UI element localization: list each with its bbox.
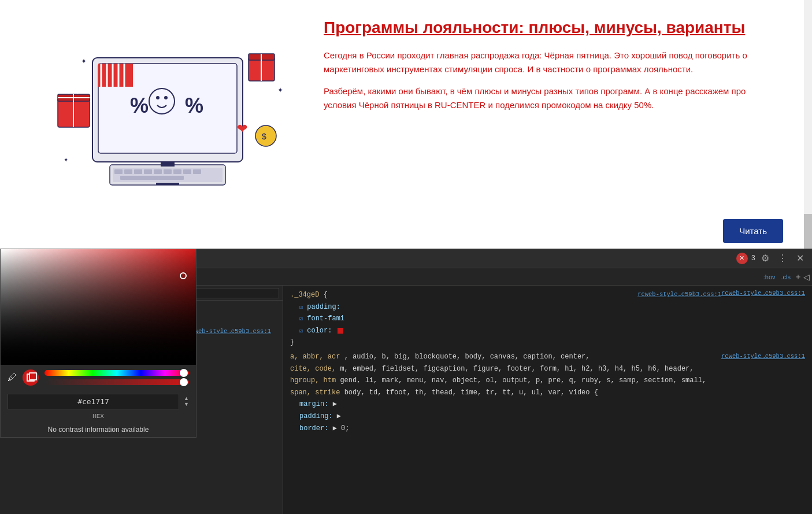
- svg-rect-15: [156, 183, 179, 185]
- inspector-fontfam: ☑ font-fami: [283, 313, 812, 325]
- svg-text:$: $: [262, 132, 266, 141]
- scrollbar-thumb[interactable]: [804, 214, 812, 249]
- css-selector-34ged-right: ._34geD: [290, 291, 319, 299]
- add-rule-button[interactable]: ＋: [794, 272, 802, 282]
- svg-text:✦: ✦: [277, 86, 283, 94]
- color-gradient[interactable]: [1, 286, 196, 365]
- inspector-color: ☑ color:: [283, 325, 812, 337]
- css-inspector-panel: rcweb-style…c59b3.css:1 ._34geD { rcweb-…: [283, 286, 812, 514]
- article-illustration: % % 👍 ❤ $ ✦: [35, 12, 301, 208]
- toggle-panel-button[interactable]: ◁: [803, 272, 810, 282]
- close-icon[interactable]: ✕: [736, 253, 748, 264]
- svg-rect-8: [154, 169, 162, 174]
- cls-button[interactable]: .cls: [779, 272, 794, 282]
- copy-icon: [27, 374, 35, 382]
- svg-rect-6: [134, 169, 142, 174]
- svg-text:%: %: [185, 94, 203, 117]
- svg-rect-10: [173, 169, 181, 174]
- inspector-padding: ☑ padding:: [283, 301, 812, 313]
- hex-row: ▲ ▼: [1, 390, 196, 413]
- more-options-icon[interactable]: ⋮: [775, 251, 790, 266]
- hex-input[interactable]: [8, 394, 179, 409]
- svg-text:✦: ✦: [81, 57, 87, 65]
- css-source-1[interactable]: rcweb-style…c59b3.css:1: [187, 327, 271, 336]
- svg-rect-7: [144, 169, 152, 174]
- alpha-slider-thumb[interactable]: [180, 378, 188, 386]
- css-source-link-3[interactable]: rcweb-style…c59b3.css:1: [721, 352, 805, 361]
- svg-rect-4: [114, 169, 123, 174]
- svg-rect-12: [193, 169, 201, 174]
- svg-rect-35: [98, 64, 133, 87]
- css-source-link-1[interactable]: rcweb-style…c59b3.css:1: [721, 289, 805, 298]
- inspector-brace-close: }: [283, 336, 812, 349]
- eyedropper-button[interactable]: 🖊: [8, 372, 17, 383]
- gradient-overlay: [1, 286, 196, 365]
- sliders-column: [45, 370, 189, 385]
- hex-up-arrow[interactable]: ▲: [184, 396, 189, 401]
- svg-rect-14: [161, 162, 175, 167]
- webpage-preview: % % 👍 ❤ $ ✦: [0, 0, 812, 249]
- article-content: Программы лояльности: плюсы, минусы, вар…: [324, 12, 777, 120]
- close-devtools-icon[interactable]: ✕: [792, 251, 807, 266]
- page-scrollbar[interactable]: [804, 0, 812, 249]
- article-title[interactable]: Программы лояльности: плюсы, минусы, вар…: [324, 17, 777, 38]
- inspector-selector-long-2: cite, code, m, embed, fieldset, figcapti…: [283, 363, 812, 375]
- inspector-margin: margin: ▶: [283, 398, 812, 411]
- error-badge: 3: [751, 254, 755, 262]
- no-contrast-label: No contrast information available: [1, 421, 196, 437]
- svg-point-19: [156, 96, 160, 99]
- hex-label: HEX: [1, 413, 196, 421]
- hex-down-arrow[interactable]: ▼: [184, 402, 189, 407]
- css-source-link-2[interactable]: rcweb-style…c59b3.css:1: [637, 290, 721, 299]
- svg-rect-11: [183, 169, 191, 174]
- sliders-row: 🖊: [1, 365, 196, 390]
- inspector-selector-long-3: hgroup, htm gend, li, mark, menu, nav, o…: [283, 375, 812, 387]
- devtools-content: font-size } ._34geD { rcweb-style…c59b3.…: [0, 286, 812, 514]
- inspector-border: border: ▶ 0;: [283, 423, 812, 435]
- svg-point-20: [164, 96, 168, 99]
- inspector-padding-2: padding: ▶: [283, 411, 812, 423]
- article-body-1: Сегодня в России проходит главная распро…: [324, 49, 777, 76]
- inspector-selector-long: a, abbr, acr , audio, b, big, blockquote…: [283, 351, 812, 363]
- svg-text:%: %: [130, 94, 149, 117]
- hex-arrows: ▲ ▼: [184, 396, 189, 407]
- svg-rect-5: [124, 169, 132, 174]
- hue-slider-thumb[interactable]: [180, 369, 188, 377]
- svg-rect-13: [120, 176, 184, 180]
- read-button[interactable]: Читать: [723, 219, 783, 243]
- hue-slider[interactable]: [45, 370, 189, 376]
- color-picker: 🖊: [0, 286, 196, 438]
- styles-panel: font-size } ._34geD { rcweb-style…c59b3.…: [0, 286, 283, 514]
- svg-text:❤: ❤: [237, 121, 247, 136]
- inspector-selector-long-4: span, strike body, td, tfoot, th, thead,…: [283, 387, 812, 399]
- settings-icon[interactable]: ⚙: [758, 251, 773, 266]
- svg-text:✦: ✦: [64, 157, 68, 163]
- devtools-panel: Performance Lighthouse AdBlock ✕ 3 ⚙ ⋮ ✕…: [0, 249, 812, 514]
- alpha-slider[interactable]: [45, 379, 189, 385]
- hov-button[interactable]: :hov: [761, 272, 778, 282]
- svg-rect-9: [164, 169, 172, 174]
- article-body-2: Разберём, какими они бывают, в чём плюсы…: [324, 84, 777, 112]
- copy-color-button[interactable]: [23, 369, 39, 386]
